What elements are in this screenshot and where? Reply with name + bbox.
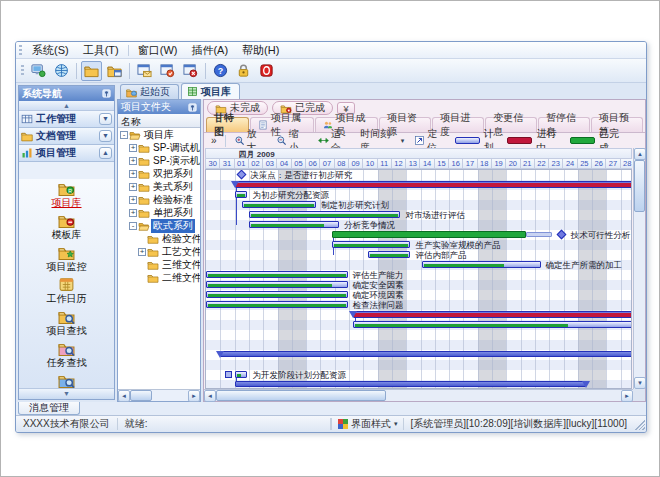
milestone-marker[interactable] bbox=[556, 230, 566, 240]
nav-bottom-strip[interactable]: ▼ bbox=[19, 388, 114, 399]
sidebar-item-1[interactable]: R项目库 bbox=[19, 179, 114, 211]
tree-node-7[interactable]: +单把系列 bbox=[118, 206, 200, 219]
nav-group-3[interactable]: 项目管理▲ bbox=[19, 145, 114, 162]
folder-window-button[interactable] bbox=[104, 61, 125, 81]
menu-1[interactable]: 系统(S) bbox=[25, 42, 76, 59]
milestone-marker[interactable] bbox=[237, 170, 247, 180]
summary-bar[interactable] bbox=[235, 181, 632, 188]
task-bar[interactable] bbox=[235, 371, 248, 378]
scroll-down-icon[interactable]: ▼ bbox=[634, 377, 646, 389]
task-bar[interactable] bbox=[242, 201, 316, 208]
expander-icon[interactable]: - bbox=[120, 131, 128, 139]
open-folder-button[interactable] bbox=[81, 61, 102, 81]
tree-column-header[interactable]: 名称 bbox=[118, 114, 200, 128]
tree-node-10[interactable]: +工艺文件 bbox=[118, 245, 200, 258]
timeline-days-row: 3031010203040506070809101112131415161718… bbox=[205, 158, 632, 169]
nav-group-2[interactable]: 文档管理▼ bbox=[19, 128, 114, 145]
tree-node-12[interactable]: 二维文件 bbox=[118, 271, 200, 284]
summary-bar[interactable] bbox=[235, 381, 587, 387]
summary-bar[interactable] bbox=[353, 311, 632, 318]
nav-group-1[interactable]: 工作管理▼ bbox=[19, 111, 114, 128]
folder bbox=[138, 195, 151, 205]
menu-4[interactable]: 插件(A) bbox=[184, 42, 235, 59]
task-bar[interactable] bbox=[206, 301, 348, 308]
pin-icon[interactable] bbox=[188, 103, 197, 112]
tree-node-2[interactable]: +SP-调试机系 bbox=[118, 141, 200, 154]
task-bar[interactable] bbox=[206, 271, 348, 278]
menu-3[interactable]: 窗口(W) bbox=[131, 42, 185, 59]
tree-node-6[interactable]: +检验标准 bbox=[118, 193, 200, 206]
tree-node-5[interactable]: +美式系列 bbox=[118, 180, 200, 193]
scroll-right-icon[interactable]: ► bbox=[621, 390, 633, 402]
sidebar-item-3[interactable]: 项目监控 bbox=[19, 243, 114, 275]
sidebar-item-5[interactable]: 项目查找 bbox=[19, 307, 114, 339]
tree-node-3[interactable]: +SP-演示机系 bbox=[118, 154, 200, 167]
task-bar[interactable] bbox=[206, 281, 348, 288]
task-bar[interactable] bbox=[332, 241, 411, 248]
expander-icon[interactable]: + bbox=[129, 170, 137, 178]
chevron-icon[interactable]: ▼ bbox=[99, 130, 112, 142]
chevron-icon[interactable]: ▼ bbox=[99, 113, 112, 125]
menubar-grip[interactable] bbox=[19, 45, 22, 56]
tree-node-8[interactable]: -欧式系列 bbox=[118, 219, 200, 232]
sidebar-item-7[interactable]: 项目文档查找 bbox=[19, 371, 114, 388]
expander-icon[interactable]: + bbox=[129, 157, 137, 165]
plan-tail-bar[interactable] bbox=[526, 232, 552, 237]
pin-icon[interactable] bbox=[102, 89, 111, 98]
ui-style-button[interactable]: 界面样式 ▾ bbox=[331, 418, 405, 430]
expander-icon[interactable]: + bbox=[138, 248, 146, 256]
menu-5[interactable]: 帮助(H) bbox=[235, 42, 286, 59]
task-bar[interactable] bbox=[249, 221, 339, 228]
window-close-button[interactable] bbox=[180, 61, 201, 81]
task-bar[interactable] bbox=[249, 211, 401, 218]
task-bar[interactable] bbox=[422, 261, 541, 268]
expander-icon[interactable]: + bbox=[129, 209, 137, 217]
window-mail-button[interactable] bbox=[134, 61, 155, 81]
tree-node-1[interactable]: -项目库 bbox=[118, 128, 200, 141]
scroll-up-icon[interactable]: ▲ bbox=[634, 148, 646, 160]
scroll-left-icon[interactable]: ◄ bbox=[118, 390, 130, 402]
message-management-tab[interactable]: 消息管理 bbox=[18, 402, 80, 415]
expander-icon[interactable]: + bbox=[129, 196, 137, 204]
help-button[interactable]: ? bbox=[210, 61, 231, 81]
gantt-tool-1[interactable]: » bbox=[207, 135, 221, 146]
tree-node-11[interactable]: 三维文件 bbox=[118, 258, 200, 271]
tree-node-4[interactable]: +双把系列 bbox=[118, 167, 200, 180]
tab-2[interactable]: 项目库 bbox=[181, 83, 240, 99]
expander-icon[interactable]: + bbox=[129, 144, 137, 152]
power-button[interactable] bbox=[256, 61, 277, 81]
gantt-vscrollbar[interactable]: ▲ ▼ bbox=[633, 148, 645, 389]
scroll-thumb[interactable] bbox=[634, 160, 645, 212]
expander-icon[interactable]: + bbox=[129, 183, 137, 191]
sidebar-item-6[interactable]: 任务查找 bbox=[19, 339, 114, 371]
expander-icon[interactable]: - bbox=[129, 222, 137, 230]
system-monitor-button[interactable] bbox=[28, 61, 49, 81]
task-bar[interactable] bbox=[206, 291, 348, 298]
progress-fill bbox=[208, 284, 332, 287]
summary-bar[interactable] bbox=[220, 351, 632, 357]
chevron-icon[interactable]: ▲ bbox=[99, 147, 112, 159]
scroll-left-icon[interactable]: ◄ bbox=[204, 390, 216, 402]
task-bar[interactable] bbox=[368, 251, 411, 258]
summary-bar[interactable] bbox=[332, 231, 526, 238]
tree-node-9[interactable]: 检验文件 bbox=[118, 232, 200, 245]
tree-hscrollbar[interactable]: ◄ ► bbox=[118, 389, 200, 401]
sidebar-item-4[interactable]: 工作日历 bbox=[19, 275, 114, 307]
menu-2[interactable]: 工具(T) bbox=[76, 42, 126, 59]
resize-grip[interactable] bbox=[633, 418, 645, 430]
task-bar[interactable] bbox=[235, 191, 248, 198]
scroll-right-icon[interactable]: ► bbox=[188, 390, 200, 402]
project-search-icon bbox=[19, 308, 114, 325]
task-bar[interactable] bbox=[353, 321, 632, 328]
gantt-hscrollbar[interactable]: ◄ ► bbox=[204, 389, 633, 401]
tab-1[interactable]: 起始页 bbox=[120, 84, 179, 99]
window-refresh-button[interactable] bbox=[157, 61, 178, 81]
power-icon bbox=[259, 63, 274, 78]
scroll-thumb[interactable] bbox=[130, 390, 152, 401]
toolbar-grip[interactable] bbox=[21, 65, 24, 76]
lock-button[interactable] bbox=[233, 61, 254, 81]
globe-button[interactable] bbox=[51, 61, 72, 81]
nav-collapse-strip[interactable]: ▲ bbox=[19, 101, 114, 111]
sidebar-item-2[interactable]: 模板库 bbox=[19, 211, 114, 243]
scroll-thumb[interactable] bbox=[216, 390, 386, 401]
